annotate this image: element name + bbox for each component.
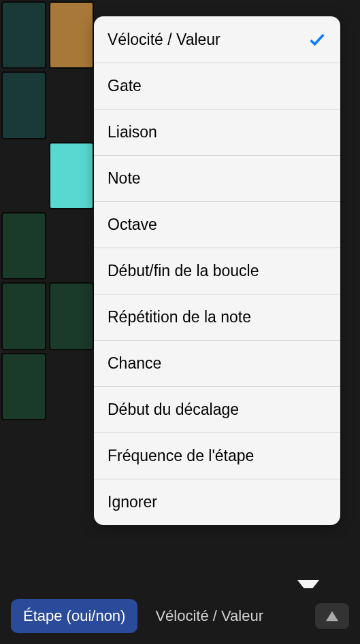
popup-item-label: Liaison: [108, 123, 157, 141]
grid-cell-active[interactable]: [49, 1, 94, 69]
tab-velocity[interactable]: Vélocité / Valeur: [143, 599, 276, 633]
popup-item-label: Début du décalage: [108, 401, 239, 419]
popup-item-label: Répétition de la note: [108, 308, 251, 326]
edit-mode-popup: Vélocité / Valeur Gate Liaison Note Octa…: [94, 16, 340, 525]
tab-step-toggle[interactable]: Étape (oui/non): [11, 599, 137, 633]
grid-cell[interactable]: [1, 71, 46, 139]
grid-cell[interactable]: [1, 282, 46, 350]
popup-item-label: Chance: [108, 354, 161, 373]
popup-item-offset[interactable]: Début du décalage: [94, 387, 340, 433]
popup-item-octave[interactable]: Octave: [94, 202, 340, 248]
popup-item-loop[interactable]: Début/fin de la boucle: [94, 248, 340, 294]
step-grid-background: [0, 0, 95, 422]
popup-item-velocity[interactable]: Vélocité / Valeur: [94, 16, 340, 63]
popup-item-note[interactable]: Note: [94, 156, 340, 202]
popup-item-chance[interactable]: Chance: [94, 341, 340, 387]
popup-item-label: Fréquence de l'étape: [108, 447, 254, 465]
popup-item-gate[interactable]: Gate: [94, 63, 340, 109]
bottom-toolbar: Étape (oui/non) Vélocité / Valeur: [0, 588, 360, 644]
popup-item-label: Ignorer: [108, 493, 157, 511]
popup-item-tie[interactable]: Liaison: [94, 109, 340, 156]
popup-item-label: Début/fin de la boucle: [108, 262, 259, 280]
grid-cell[interactable]: [1, 1, 46, 69]
grid-cell[interactable]: [49, 282, 94, 350]
popup-item-label: Note: [108, 169, 141, 188]
check-icon: [308, 30, 327, 49]
popup-item-label: Vélocité / Valeur: [108, 31, 220, 49]
grid-cell[interactable]: [1, 212, 46, 279]
collapse-button[interactable]: [315, 603, 349, 629]
grid-cell[interactable]: [1, 353, 46, 420]
popup-item-label: Octave: [108, 216, 157, 234]
popup-item-label: Gate: [108, 77, 142, 95]
triangle-up-icon: [325, 610, 340, 622]
grid-cell-selected[interactable]: [49, 142, 94, 209]
popup-item-skip[interactable]: Ignorer: [94, 479, 340, 525]
popup-item-step-rate[interactable]: Fréquence de l'étape: [94, 433, 340, 479]
svg-marker-0: [326, 611, 338, 621]
popup-item-repeat[interactable]: Répétition de la note: [94, 294, 340, 341]
